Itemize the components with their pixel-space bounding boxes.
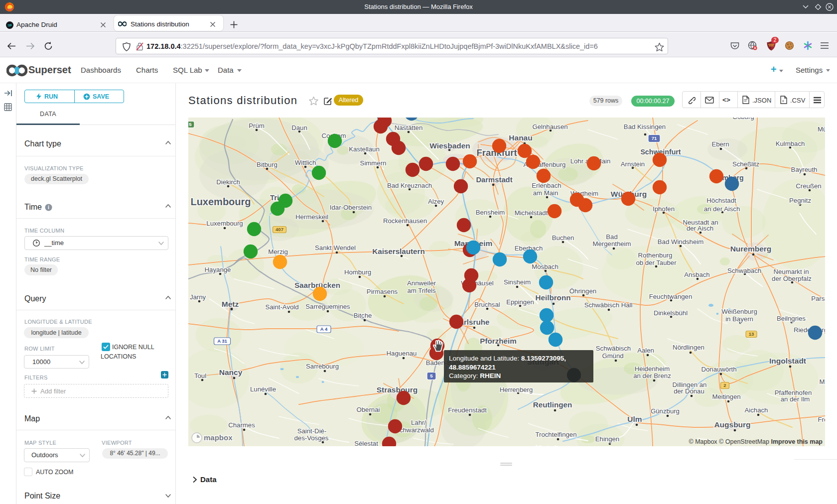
svg-text:71: 71 [652, 135, 657, 141]
svg-text:Bruchsal: Bruchsal [474, 301, 500, 308]
svg-text:Hayange: Hayange [205, 266, 231, 273]
svg-text:Aichach: Aichach [745, 406, 768, 414]
svg-text:Pegnitz: Pegnitz [789, 197, 811, 204]
svg-text:Iphofen: Iphofen [653, 205, 675, 213]
svg-text:in Bayern: in Bayern [725, 315, 753, 323]
svg-text:der Donau: der Donau [674, 387, 704, 395]
svg-text:Bad: Bad [606, 233, 617, 241]
svg-text:Luxembourg: Luxembourg [206, 220, 243, 227]
svg-text:Charmes: Charmes [228, 421, 255, 429]
svg-text:Bad Kreuznach: Bad Kreuznach [387, 182, 432, 189]
svg-text:Aalen: Aalen [637, 347, 654, 354]
svg-text:Nastätten: Nastätten [395, 124, 422, 131]
svg-text:13: 13 [749, 331, 754, 337]
svg-text:Weißenburg: Weißenburg [721, 308, 757, 315]
svg-text:Meitingen: Meitingen [712, 393, 740, 400]
svg-text:Bitburg: Bitburg [257, 161, 278, 168]
svg-text:Bitche: Bitche [354, 312, 372, 319]
svg-text:Idar-Oberstein: Idar-Oberstein [330, 204, 372, 211]
svg-text:Darmstadt: Darmstadt [476, 176, 512, 184]
svg-text:an der Brenz: an der Brenz [633, 372, 671, 379]
svg-text:Merzig: Merzig [268, 248, 288, 255]
svg-text:Annweiler: Annweiler [407, 279, 436, 287]
svg-text:Pforzheim: Pforzheim [480, 337, 516, 345]
svg-text:Kastellaun: Kastellaun [349, 145, 380, 153]
svg-text:Coburg: Coburg [732, 118, 754, 121]
svg-text:© Mapbox © OpenStreetMap Impro: © Mapbox © OpenStreetMap Improve this ma… [689, 438, 823, 445]
svg-text:Diekirch: Diekirch [216, 178, 240, 186]
svg-text:Freising: Freising [818, 416, 825, 423]
svg-text:2: 2 [723, 382, 726, 388]
svg-text:Dinkelsbühl: Dinkelsbühl [654, 309, 688, 317]
svg-text:Bayreuth: Bayreuth [791, 166, 818, 173]
svg-text:Luxembourg: Luxembourg [190, 196, 251, 207]
svg-text:Michelstadt: Michelstadt [515, 209, 548, 217]
svg-text:Höchstadt: Höchstadt [706, 197, 736, 204]
svg-text:Schwabach: Schwabach [727, 267, 761, 274]
svg-text:x: x [782, 99, 784, 103]
svg-text:Arnstein: Arnstein [621, 160, 645, 168]
svg-text:Sankt Wendel: Sankt Wendel [315, 244, 356, 252]
svg-text:Obernai: Obernai [357, 406, 380, 413]
svg-text:der Oberpfalz: der Oberpfalz [772, 275, 812, 282]
svg-text:Parsberg: Parsberg [811, 295, 825, 302]
svg-text:A 4: A 4 [320, 326, 328, 332]
svg-text:an der Aisch: an der Aisch [704, 205, 740, 213]
svg-text:Creußen: Creußen [796, 182, 821, 190]
svg-text:Bad Windsheim: Bad Windsheim [658, 238, 703, 246]
svg-text:Bensheim: Bensheim [476, 209, 505, 216]
svg-text:am Main: am Main [533, 189, 558, 197]
svg-text:Pirmasens: Pirmasens [367, 288, 398, 295]
svg-text:Hanau: Hanau [509, 133, 532, 142]
svg-text:Beilngries: Beilngries [777, 315, 806, 322]
svg-text:Ingolstadt: Ingolstadt [769, 357, 806, 365]
svg-text:Gelnhausen: Gelnhausen [532, 123, 567, 130]
svg-text:Hermeskeil: Hermeskeil [295, 213, 328, 221]
svg-text:Nördlingen: Nördlingen [673, 344, 704, 351]
svg-text:Heilbronn: Heilbronn [536, 293, 571, 302]
svg-text:an der Ilm: an der Ilm [781, 395, 810, 403]
svg-text:am Trifels: am Trifels [407, 287, 436, 294]
svg-text:Daun: Daun [291, 124, 307, 131]
svg-text:Prüm: Prüm [249, 122, 265, 129]
svg-text:5: 5 [430, 373, 433, 378]
svg-text:Nancy: Nancy [219, 368, 243, 377]
svg-text:Jarny: Jarny [190, 293, 206, 301]
svg-text:Günzburg: Günzburg [651, 407, 680, 415]
svg-text:Ehingen: Ehingen [595, 435, 619, 443]
svg-text:Erlenbach: Erlenbach [532, 182, 561, 189]
svg-text:5: 5 [189, 122, 192, 127]
svg-text:Wiesbaden: Wiesbaden [429, 141, 470, 150]
svg-text:Scheßlitz: Scheßlitz [732, 160, 759, 168]
svg-text:Saint-Dié-: Saint-Dié- [297, 427, 327, 435]
svg-text:Freudenstadt: Freudenstadt [448, 406, 487, 414]
svg-text:Neumarkt in: Neumarkt in [773, 268, 809, 275]
svg-text:Donauwörth: Donauwörth [701, 366, 736, 373]
svg-text:Sarrebourg: Sarrebourg [306, 363, 339, 370]
svg-text:Lunéville: Lunéville [250, 385, 276, 393]
svg-text:Kulmbach: Kulmbach [776, 140, 805, 147]
svg-text:Mosbach: Mosbach [532, 263, 558, 270]
svg-text:Homburg: Homburg [344, 268, 371, 276]
svg-text:Rockenhausen: Rockenhausen [383, 217, 427, 225]
svg-text:Metz: Metz [222, 300, 239, 308]
svg-text:Bad Kissingen: Bad Kissingen [624, 123, 666, 130]
svg-text:Strasbourg: Strasbourg [377, 385, 418, 394]
svg-text:Sinsheim: Sinsheim [504, 278, 531, 286]
svg-text:Toul: Toul [194, 372, 206, 379]
svg-text:Simmern: Simmern [360, 159, 387, 167]
svg-text:Sélestat: Sélestat [354, 440, 378, 446]
svg-text:Feuchtwangen: Feuchtwangen [649, 293, 693, 300]
svg-text:Rothenburg: Rothenburg [638, 252, 673, 259]
svg-text:Augsburg: Augsburg [714, 420, 750, 429]
svg-text:Trochtelfingen: Trochtelfingen [535, 431, 576, 438]
svg-text:A 31: A 31 [217, 338, 227, 344]
svg-text:Buchen: Buchen [552, 234, 574, 242]
svg-text:Ulm: Ulm [627, 415, 642, 423]
svg-text:Reutlingen: Reutlingen [533, 400, 572, 409]
svg-text:Ebern: Ebern [711, 140, 729, 148]
svg-text:Mainburg: Mainburg [820, 378, 825, 385]
svg-text:407: 407 [276, 227, 283, 232]
svg-text:Gmünd: Gmünd [602, 352, 623, 360]
svg-text:Mergentheim: Mergentheim [593, 240, 631, 248]
